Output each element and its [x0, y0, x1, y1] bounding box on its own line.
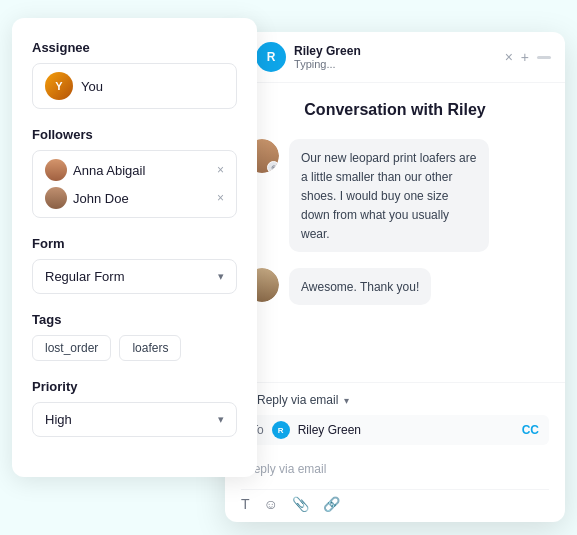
reply-section: ✉ Reply via email ▾ To R Riley Green CC …	[225, 382, 565, 522]
tags-container: lost_order loafers	[32, 335, 237, 361]
conversation-title-area: Conversation with Riley	[225, 83, 565, 129]
contact-status: Typing...	[294, 58, 497, 70]
contact-info: Riley Green Typing...	[294, 44, 497, 70]
list-item: John Doe ×	[45, 187, 224, 209]
followers-field[interactable]: Anna Abigail × John Doe ×	[32, 150, 237, 218]
messages-area: ⊕ Our new leopard print loafers are a li…	[225, 129, 565, 382]
table-row: Awesome. Thank you!	[245, 268, 545, 305]
contact-name: Riley Green	[294, 44, 497, 58]
assignee-avatar: Y	[45, 72, 73, 100]
message-bubble-2: Awesome. Thank you!	[289, 268, 431, 305]
follower-name-1: Anna Abigail	[73, 163, 211, 178]
followers-section: Followers Anna Abigail × John Doe ×	[32, 127, 237, 218]
to-line: To R Riley Green CC	[241, 415, 549, 445]
form-chevron-icon: ▾	[218, 270, 224, 283]
form-section: Form Regular Form ▾	[32, 236, 237, 294]
to-name: Riley Green	[298, 423, 514, 437]
close-icon[interactable]: ×	[505, 49, 513, 65]
conversation-title: Conversation with Riley	[245, 101, 545, 119]
priority-chevron-icon: ▾	[218, 413, 224, 426]
priority-select[interactable]: High ▾	[32, 402, 237, 437]
to-avatar: R	[272, 421, 290, 439]
assignee-section: Assignee Y You	[32, 40, 237, 109]
table-row: ⊕ Our new leopard print loafers are a li…	[245, 139, 545, 252]
agent-badge: ⊕	[267, 161, 279, 173]
minimize-icon	[537, 56, 551, 59]
message-text-2: Awesome. Thank you!	[301, 280, 419, 294]
window-header: × R Riley Green Typing... × +	[225, 32, 565, 83]
left-panel: Assignee Y You Followers Anna Abigail × …	[12, 18, 257, 477]
priority-label: Priority	[32, 379, 237, 394]
reply-method-label: Reply via email	[257, 393, 338, 407]
add-icon[interactable]: +	[521, 49, 529, 65]
form-label: Form	[32, 236, 237, 251]
tags-label: Tags	[32, 312, 237, 327]
cc-button[interactable]: CC	[522, 423, 539, 437]
follower-avatar-2	[45, 187, 67, 209]
minimize-button[interactable]	[537, 56, 551, 59]
remove-follower-2-button[interactable]: ×	[217, 191, 224, 205]
assignee-field[interactable]: Y You	[32, 63, 237, 109]
followers-label: Followers	[32, 127, 237, 142]
follower-name-2: John Doe	[73, 191, 211, 206]
reply-toolbar: T ☺ 📎 🔗	[241, 489, 549, 512]
right-panel: × R Riley Green Typing... × + Conversati…	[225, 32, 565, 522]
tags-section: Tags lost_order loafers	[32, 312, 237, 361]
emoji-icon[interactable]: ☺	[264, 496, 278, 512]
tag-lost-order[interactable]: lost_order	[32, 335, 111, 361]
window-actions: × +	[505, 49, 551, 65]
tag-loafers[interactable]: loafers	[119, 335, 181, 361]
text-format-icon[interactable]: T	[241, 496, 250, 512]
assignee-label: Assignee	[32, 40, 237, 55]
reply-placeholder: Reply via email	[245, 462, 326, 476]
message-text-1: Our new leopard print loafers are a litt…	[301, 151, 476, 241]
reply-input-area[interactable]: Reply via email	[241, 453, 549, 483]
follower-avatar-1	[45, 159, 67, 181]
form-select[interactable]: Regular Form ▾	[32, 259, 237, 294]
priority-section: Priority High ▾	[32, 379, 237, 437]
message-bubble-1: Our new leopard print loafers are a litt…	[289, 139, 489, 252]
priority-value: High	[45, 412, 72, 427]
assignee-value: You	[81, 79, 103, 94]
form-value: Regular Form	[45, 269, 124, 284]
attachment-icon[interactable]: 📎	[292, 496, 309, 512]
remove-follower-1-button[interactable]: ×	[217, 163, 224, 177]
contact-avatar: R	[256, 42, 286, 72]
link-icon[interactable]: 🔗	[323, 496, 340, 512]
reply-chevron-icon: ▾	[344, 395, 349, 406]
list-item: Anna Abigail ×	[45, 159, 224, 181]
reply-method-selector[interactable]: ✉ Reply via email ▾	[241, 393, 549, 407]
